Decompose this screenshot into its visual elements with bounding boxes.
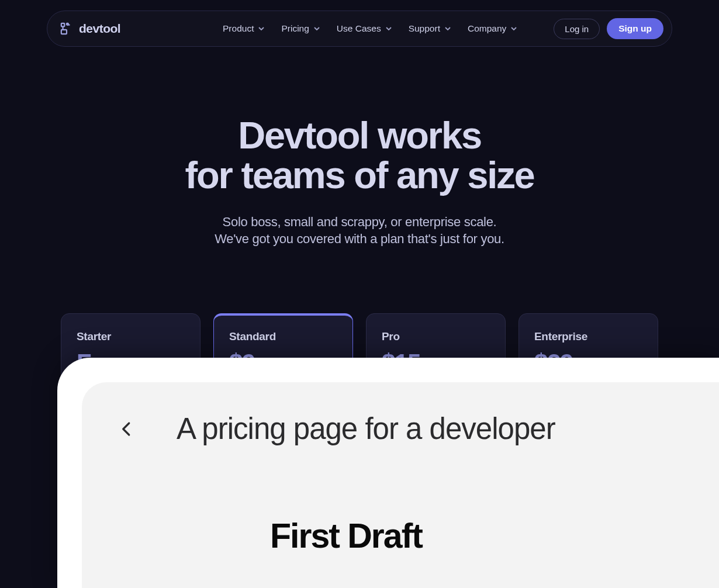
nav-menu: Product Pricing Use Cases Support Compan… <box>223 18 663 39</box>
hero-sub-line1: Solo boss, small and scrappy, or enterpr… <box>223 215 497 229</box>
brand-name: devtool <box>79 22 120 36</box>
navbar: devtool Product Pricing Use Cases Suppor… <box>47 11 672 47</box>
hero-title-line2: for teams of any size <box>185 154 534 196</box>
chevron-down-icon <box>313 25 320 32</box>
brand-logo[interactable]: devtool <box>60 22 120 36</box>
logo-icon <box>60 22 73 35</box>
plan-name: Enterprise <box>534 330 642 343</box>
chevron-left-icon <box>118 420 136 438</box>
hero-sub-line2: We've got you covered with a plan that's… <box>215 231 504 246</box>
editor-panel: A pricing page for a developer First Dra… <box>82 382 719 588</box>
svg-rect-0 <box>61 23 65 27</box>
plan-name: Pro <box>382 330 490 343</box>
nav-item-support[interactable]: Support <box>409 23 451 34</box>
nav-item-product[interactable]: Product <box>223 23 265 34</box>
hero-title: Devtool works for teams of any size <box>0 116 719 196</box>
section-heading-first-draft: First Draft <box>270 516 719 556</box>
login-button[interactable]: Log in <box>554 19 600 39</box>
hero: Devtool works for teams of any size Solo… <box>0 116 719 248</box>
chevron-down-icon <box>510 25 517 32</box>
chevron-down-icon <box>385 25 392 32</box>
editor-overlay: A pricing page for a developer First Dra… <box>57 358 719 588</box>
nav-label: Pricing <box>281 23 309 34</box>
plan-name: Starter <box>77 330 185 343</box>
chevron-down-icon <box>258 25 265 32</box>
nav-label: Use Cases <box>337 23 381 34</box>
nav-label: Company <box>468 23 506 34</box>
hero-subtitle: Solo boss, small and scrappy, or enterpr… <box>0 213 719 248</box>
nav-item-company[interactable]: Company <box>468 23 517 34</box>
editor-title: A pricing page for a developer <box>177 411 555 446</box>
chevron-down-icon <box>444 25 451 32</box>
nav-label: Product <box>223 23 254 34</box>
back-button[interactable] <box>118 420 136 438</box>
nav-item-pricing[interactable]: Pricing <box>281 23 320 34</box>
plan-name: Standard <box>229 330 337 343</box>
svg-rect-2 <box>61 30 67 34</box>
signup-button[interactable]: Sign up <box>607 18 663 39</box>
hero-title-line1: Devtool works <box>238 114 481 157</box>
nav-label: Support <box>409 23 440 34</box>
nav-item-use-cases[interactable]: Use Cases <box>337 23 392 34</box>
editor-header: A pricing page for a developer <box>118 411 719 446</box>
nav-actions: Log in Sign up <box>554 18 663 39</box>
